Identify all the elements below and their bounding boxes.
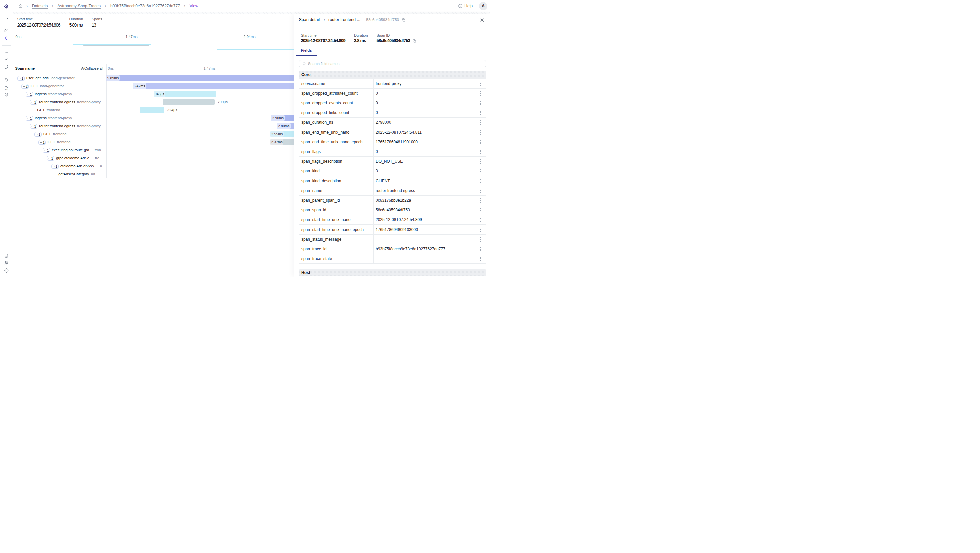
- svg-text:SQL: SQL: [5, 89, 8, 90]
